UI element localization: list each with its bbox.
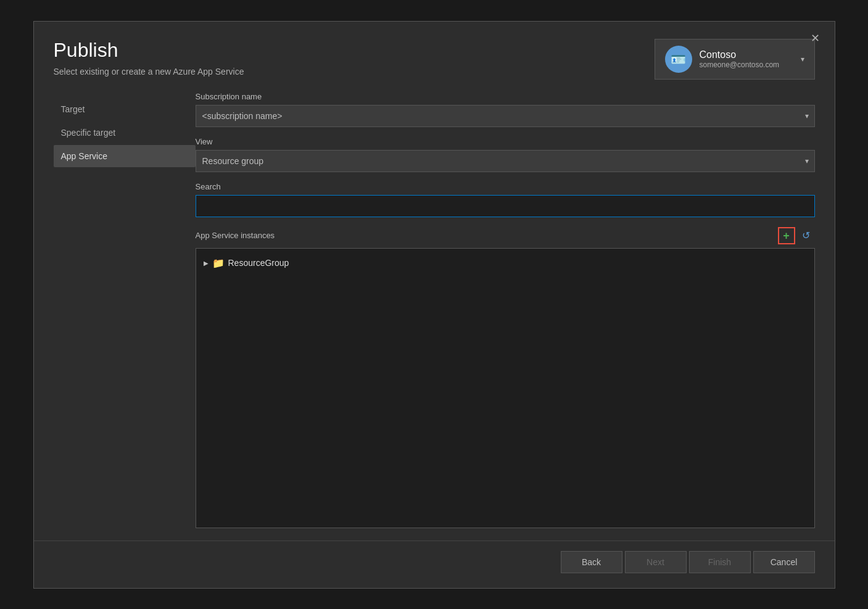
chevron-down-icon: ▾	[801, 55, 804, 64]
search-group: Search	[196, 182, 815, 217]
sidebar-item-app-service[interactable]: App Service	[54, 145, 196, 167]
view-select-wrapper: Resource group	[196, 150, 815, 172]
account-email: someone@contoso.com	[700, 60, 793, 69]
sidebar: Target Specific target App Service	[54, 92, 196, 528]
main-panel: Subscription name <subscription name> Vi…	[196, 92, 815, 528]
add-instance-button[interactable]: +	[778, 227, 795, 244]
tree-item-label: ResourceGroup	[228, 258, 289, 268]
account-info: Contoso someone@contoso.com	[700, 49, 793, 69]
refresh-button[interactable]: ↺	[798, 227, 815, 244]
subscription-label: Subscription name	[196, 92, 815, 101]
folder-icon: 📁	[212, 257, 225, 269]
dialog-content: Target Specific target App Service Subsc…	[34, 80, 835, 541]
instances-label: App Service instances	[196, 231, 275, 240]
cancel-button[interactable]: Cancel	[753, 551, 815, 573]
subscription-select-wrapper: <subscription name>	[196, 105, 815, 127]
instances-tree: ▶ 📁 ResourceGroup	[196, 248, 815, 528]
sidebar-item-specific-target[interactable]: Specific target	[54, 122, 196, 144]
tree-arrow-icon: ▶	[204, 260, 209, 267]
view-label: View	[196, 137, 815, 146]
title-bar: Publish Select existing or create a new …	[34, 22, 835, 80]
publish-dialog: ✕ Publish Select existing or create a ne…	[33, 21, 835, 589]
next-button[interactable]: Next	[625, 551, 687, 573]
tree-item-resourcegroup[interactable]: ▶ 📁 ResourceGroup	[201, 254, 809, 273]
finish-button[interactable]: Finish	[689, 551, 751, 573]
sidebar-item-target[interactable]: Target	[54, 98, 196, 120]
search-input[interactable]	[196, 195, 815, 217]
view-group: View Resource group	[196, 137, 815, 172]
account-icon: 🪪	[665, 46, 692, 73]
account-widget[interactable]: 🪪 Contoso someone@contoso.com ▾	[655, 39, 815, 80]
close-button[interactable]: ✕	[806, 29, 825, 48]
instances-header: App Service instances + ↺	[196, 227, 815, 244]
back-button[interactable]: Back	[561, 551, 622, 573]
view-select[interactable]: Resource group	[196, 150, 815, 172]
title-section: Publish Select existing or create a new …	[54, 39, 244, 77]
account-name: Contoso	[700, 49, 793, 60]
instances-actions: + ↺	[778, 227, 815, 244]
dialog-subtitle: Select existing or create a new Azure Ap…	[54, 67, 244, 77]
subscription-group: Subscription name <subscription name>	[196, 92, 815, 127]
footer: Back Next Finish Cancel	[34, 541, 835, 588]
search-label: Search	[196, 182, 815, 191]
instances-group: App Service instances + ↺ ▶ 📁 ResourceGr…	[196, 227, 815, 528]
subscription-select[interactable]: <subscription name>	[196, 105, 815, 127]
dialog-title: Publish	[54, 39, 244, 62]
